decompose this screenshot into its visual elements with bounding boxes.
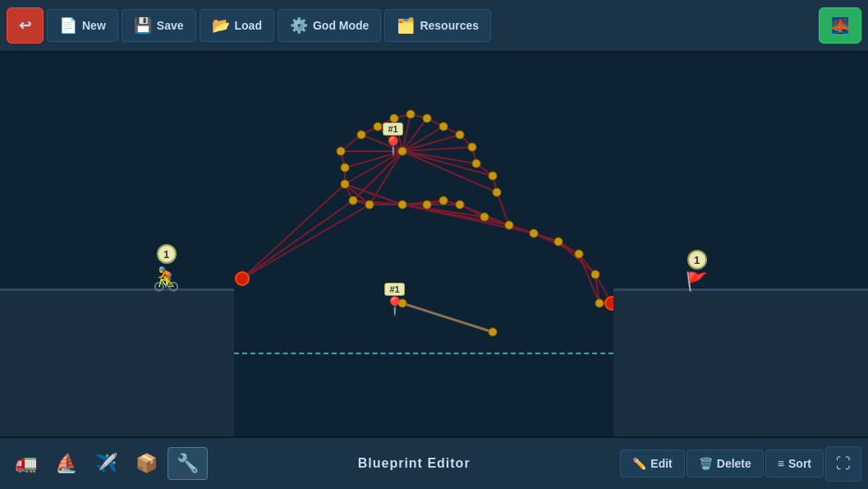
svg-line-65 (595, 274, 612, 303)
svg-line-42 (460, 205, 485, 217)
svg-point-92 (505, 221, 513, 229)
flag-icon: 🚩 (686, 271, 708, 293)
resources-label: Resources (420, 19, 479, 32)
svg-line-35 (402, 201, 443, 205)
svg-line-60 (558, 242, 595, 274)
bridge-view-button[interactable]: 🌉 (819, 7, 861, 44)
svg-point-81 (493, 188, 501, 196)
map-pin-2: #1 📍 (383, 283, 406, 316)
water-line (234, 353, 613, 354)
plane-tool-button[interactable]: ✈️ (87, 448, 126, 479)
svg-line-48 (595, 274, 599, 303)
character-icon: 🚴 (152, 265, 181, 293)
svg-line-64 (242, 205, 370, 279)
svg-point-71 (357, 131, 365, 139)
save-button[interactable]: 💾 Save (122, 9, 196, 42)
svg-line-24 (476, 164, 493, 176)
back-button[interactable]: ↩ (7, 7, 44, 44)
svg-point-75 (423, 114, 431, 122)
delete-icon: 🗑️ (699, 457, 713, 470)
svg-line-58 (509, 225, 558, 242)
svg-line-46 (558, 242, 579, 254)
load-label: Load (235, 19, 262, 32)
delete-button[interactable]: 🗑️ Delete (687, 450, 764, 477)
svg-line-5 (402, 127, 443, 151)
svg-point-76 (439, 122, 448, 131)
svg-point-95 (575, 250, 583, 258)
svg-point-97 (595, 299, 604, 307)
new-button[interactable]: 📄 New (47, 9, 118, 42)
svg-line-14 (353, 151, 402, 201)
svg-line-26 (341, 151, 345, 168)
flag-number: 1 (687, 250, 707, 270)
svg-line-25 (493, 176, 497, 192)
god-mode-icon: ⚙️ (290, 16, 308, 35)
svg-point-79 (472, 159, 480, 168)
svg-line-40 (427, 201, 443, 205)
svg-line-49 (497, 192, 509, 225)
truck-tool-button[interactable]: 🚛 (7, 448, 45, 479)
flag-right: 1 🚩 (686, 250, 708, 293)
svg-point-94 (554, 238, 563, 246)
svg-point-72 (374, 122, 382, 131)
new-icon: 📄 (59, 16, 77, 35)
god-mode-label: God Mode (313, 19, 369, 32)
svg-line-9 (402, 151, 493, 176)
wrench-tool-button[interactable]: 🔧 (168, 447, 208, 480)
top-toolbar: ↩ 📄 New 💾 Save 📂 Load ⚙️ God Mode 🗂️ Res… (0, 0, 868, 53)
save-label: Save (157, 19, 184, 32)
svg-line-45 (534, 233, 558, 242)
packages-tool-button[interactable]: 📦 (127, 448, 166, 479)
svg-point-85 (349, 196, 357, 205)
svg-point-87 (398, 201, 406, 209)
svg-line-21 (443, 127, 460, 135)
svg-line-18 (394, 114, 411, 118)
edit-label: Edit (650, 457, 672, 470)
svg-point-91 (480, 213, 489, 221)
svg-line-4 (402, 118, 427, 151)
svg-line-32 (353, 201, 402, 205)
svg-line-44 (509, 225, 534, 233)
svg-point-84 (341, 180, 349, 188)
bottom-tools: 🚛 ⛵ ✈️ 📦 🔧 (0, 447, 214, 480)
load-icon: 📂 (212, 16, 230, 35)
svg-line-39 (402, 205, 534, 233)
svg-point-83 (341, 164, 349, 172)
svg-point-82 (337, 147, 345, 155)
bottom-right-tools: ✏️ Edit 🗑️ Delete ≡ Sort ⛶ (613, 446, 868, 482)
expand-button[interactable]: ⛶ (825, 446, 861, 482)
svg-point-78 (468, 143, 476, 151)
svg-line-7 (402, 147, 472, 151)
blueprint-label: Blueprint Editor (214, 456, 613, 471)
delete-label: Delete (717, 457, 751, 470)
svg-line-50 (509, 225, 534, 233)
canvas-area[interactable]: 1 🚴 1 🚩 #1 📍 #1 📍 (0, 53, 868, 436)
svg-line-8 (402, 151, 476, 164)
load-button[interactable]: 📂 Load (200, 9, 274, 42)
svg-line-41 (443, 201, 460, 205)
resources-button[interactable]: 🗂️ Resources (384, 9, 491, 42)
svg-point-74 (406, 110, 415, 118)
back-icon: ↩ (19, 16, 31, 35)
svg-line-57 (485, 217, 534, 233)
bottom-toolbar: 🚛 ⛵ ✈️ 📦 🔧 Blueprint Editor ✏️ Edit 🗑️ D… (0, 436, 868, 489)
save-icon: 💾 (134, 16, 152, 35)
svg-line-59 (534, 233, 579, 254)
boat-tool-button[interactable]: ⛵ (47, 448, 85, 479)
edit-button[interactable]: ✏️ Edit (620, 450, 684, 477)
expand-icon: ⛶ (836, 455, 851, 472)
god-mode-button[interactable]: ⚙️ God Mode (278, 9, 381, 42)
character-number: 1 (157, 244, 177, 264)
svg-line-53 (345, 184, 370, 205)
sort-button[interactable]: ≡ Sort (765, 450, 824, 477)
character-left: 1 🚴 (152, 244, 181, 293)
svg-line-31 (345, 184, 402, 205)
svg-line-10 (402, 151, 497, 192)
sort-icon: ≡ (778, 457, 784, 470)
svg-line-29 (353, 201, 370, 205)
svg-point-80 (489, 172, 497, 180)
pin2-marker: 📍 (383, 298, 406, 316)
new-label: New (82, 19, 106, 32)
svg-line-6 (402, 135, 460, 151)
svg-line-38 (402, 205, 509, 225)
